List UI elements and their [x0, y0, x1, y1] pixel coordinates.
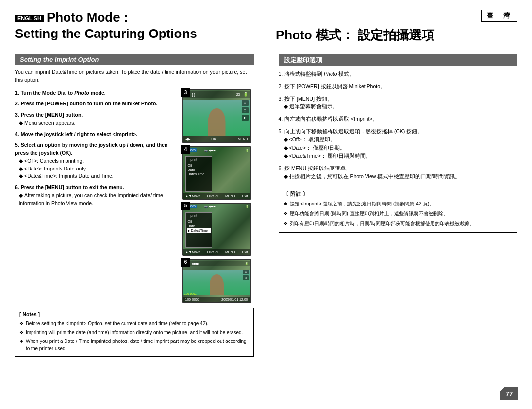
- chinese-title: Photo 模式： 設定拍攝選項: [276, 27, 434, 44]
- english-badge: ENGLISH: [15, 15, 44, 22]
- cam4-menu-title: Imprint: [187, 158, 211, 162]
- step-badge-5: 5: [181, 202, 190, 210]
- cam4-menu-panel: Imprint Off Date Date&Time: [185, 156, 212, 192]
- right-step-5: 5. 向上或向下移動搖桿以選取選項，然後按搖桿 (OK) 按鈕。 ◆<Off>：…: [279, 127, 518, 160]
- right-step-2: 2. 按下 [POWER] 按鈕以開啓 Miniket Photo。: [279, 82, 518, 91]
- content-area: Setting the Imprint Option You can impri…: [15, 54, 517, 402]
- title-line2: Setting the Capturing Options: [15, 26, 256, 41]
- note-item-2: ❖ Imprinting will print the date (and ti…: [19, 329, 249, 336]
- right-notes-title: 〔 附註 〕: [283, 190, 513, 199]
- cam3-number: 23: [236, 93, 240, 96]
- cam3-right-icon2: ⊡: [242, 107, 249, 113]
- steps-list: 1. Turn the Mode Dial to Photo mode. 2. …: [15, 89, 177, 303]
- step-badge-6: 6: [181, 258, 190, 267]
- step5-text: 5. Select an option by moving the joysti…: [15, 142, 167, 156]
- taiwan-badge: 臺 灣: [481, 10, 517, 22]
- step5-sub2: ◆<Date>: Imprints Date only.: [15, 165, 177, 173]
- step-2: 2. Press the [POWER] button to turn on t…: [15, 100, 177, 108]
- right-steps: 1. 將模式轉盤轉到 Photo 模式。 2. 按下 [POWER] 按鈕以開啓…: [279, 70, 518, 181]
- title-line1: ENGLISHPhoto Mode :: [15, 10, 256, 25]
- left-section-header: Setting the Imprint Option: [15, 54, 254, 65]
- screen-5-wrapper: Photo 📷 ◀■■▶ 🔋 Imprint Off Date: [182, 203, 254, 256]
- header-row: ENGLISHPhoto Mode : Setting the Capturin…: [15, 10, 517, 44]
- cam5-menu-off: Off: [187, 219, 211, 224]
- cam5-menu-panel: Imprint Off Date Date&Time: [185, 212, 212, 248]
- cam3-right-icon1: ⊞: [242, 100, 249, 106]
- page-number: 77: [500, 387, 518, 400]
- right-step-1: 1. 將模式轉盤轉到 Photo 模式。: [279, 70, 518, 78]
- cam4-menu-date: Date: [187, 168, 211, 172]
- step6-text: 6. Press the [MENU] button to exit the m…: [15, 184, 124, 190]
- right-note-item-2: ❖ 壓印功能會將日期 (與時間) 直接壓印到相片上，這些資訊將不會被刪除。: [283, 210, 513, 218]
- cam3-icon3: 🔋: [243, 92, 248, 97]
- cam5-bottom-bar: ▲▼Move OK:Sel MENU Exit: [183, 249, 250, 255]
- cam6-bottom-bar: 100-0001 2005/01/01 12:00: [183, 297, 250, 302]
- right-note-2-text: 壓印功能會將日期 (與時間) 直接壓印到相片上，這些資訊將不會被刪除。: [290, 210, 448, 218]
- cam3-right-icon3: ▶: [242, 115, 249, 121]
- right-note-3-text: 列印有壓印日期/時間的相片時，日期/時間壓印部份可能會根據使用的印表機被裁剪。: [290, 220, 475, 228]
- step4-text: 4. Move the joystick left / right to sel…: [15, 131, 137, 137]
- right-step-3: 3. 按下 [MENU] 按鈕。 ◆選單螢幕將會顯示。: [279, 95, 518, 111]
- cam4-menu-off: Off: [187, 163, 211, 168]
- cam5-menu-date: Date: [187, 224, 211, 228]
- cam3-icon2: [-]: [192, 93, 195, 96]
- left-notes: [ Notes ] ❖ Before setting the <Imprint>…: [15, 308, 254, 357]
- cam6-timestamp: 100-0001: [184, 292, 197, 295]
- step5-sub1: ◆<Off>: Cancels imprinting.: [15, 157, 177, 165]
- step3-text: 3. Press the [MENU] button.: [15, 112, 83, 118]
- right-notes: 〔 附註 〕 ❖ 設定 <Imprint> 選項之前，請先設定日期與時間 (請參…: [279, 187, 518, 233]
- right-section-header: 設定壓印選項: [279, 54, 518, 66]
- page: ENGLISHPhoto Mode : Setting the Capturin…: [0, 0, 532, 409]
- cam4-bottom-bar: ▲▼Move OK:Sel MENU Exit: [183, 193, 250, 199]
- right-column: 設定壓印選項 1. 將模式轉盤轉到 Photo 模式。 2. 按下 [POWER…: [266, 54, 518, 402]
- step-6: 6. Press the [MENU] button to exit the m…: [15, 184, 177, 207]
- step-1: 1. Turn the Mode Dial to Photo mode.: [15, 89, 177, 97]
- cam5-menu-title: Imprint: [187, 214, 211, 218]
- right-step-6: 6. 按 MENU 按鈕以結束選單。 ◆拍攝相片之後，您可以在 Photo Vi…: [279, 164, 518, 181]
- cam5-menu-datetime: Date&Time: [187, 228, 211, 233]
- notes-title: [ Notes ]: [19, 311, 249, 319]
- intro-text: You can imprint Date&Time on pictures ta…: [15, 68, 254, 84]
- note-item-1: ❖ Before setting the <Imprint> Option, s…: [19, 320, 249, 327]
- step-badge-3: 3: [181, 88, 190, 97]
- step5-sub3: ◆<Date&Time>: Imprints Date and Time.: [15, 172, 177, 180]
- note-2-text: Imprinting will print the date (and time…: [26, 329, 243, 336]
- left-column: Setting the Imprint Option You can impri…: [15, 54, 266, 402]
- step1-text: 1. Turn the Mode Dial to Photo mode.: [15, 90, 106, 96]
- step2-text: 2. Press the [POWER] button to turn on t…: [15, 101, 157, 106]
- camera-screen-6: 📷 ◀■■▶ 🔋 ⊞ ⊡: [182, 259, 251, 303]
- left-header: ENGLISHPhoto Mode : Setting the Capturin…: [15, 10, 256, 41]
- step-3: 3. Press the [MENU] button. ◆Menu screen…: [15, 111, 177, 127]
- cam4-menu-datetime: Date&Time: [187, 172, 211, 176]
- step6-sub1: ◆After taking a picture, you can check t…: [15, 192, 177, 207]
- camera-screens-col: 📷 [-] 23 🔋: [182, 89, 254, 303]
- camera-screen-3: 📷 [-] 23 🔋: [182, 89, 251, 143]
- right-header: 臺 灣 Photo 模式： 設定拍攝選項: [256, 10, 517, 44]
- right-note-item-1: ❖ 設定 <Imprint> 選項之前，請先設定日期與時間 (請參閱第 42 頁…: [283, 200, 513, 208]
- right-note-1-text: 設定 <Imprint> 選項之前，請先設定日期與時間 (請參閱第 42 頁)。: [290, 200, 434, 208]
- step-badge-4: 4: [181, 145, 190, 154]
- step3-sub: ◆Menu screen appears.: [15, 119, 177, 127]
- step-5: 5. Select an option by moving the joysti…: [15, 141, 177, 180]
- screen-6-wrapper: 📷 ◀■■▶ 🔋 ⊞ ⊡: [182, 259, 254, 303]
- step-4: 4. Move the joystick left / right to sel…: [15, 131, 177, 138]
- screen-3-wrapper: 📷 [-] 23 🔋: [182, 89, 254, 143]
- screen-4-wrapper: Photo 📷 ◀■■▶ 🔋 Imprint: [182, 146, 254, 200]
- note-3-text: When you print a Date / Time imprinted p…: [26, 338, 249, 352]
- cam3-bottom-bar: ◀▶ OK MENU: [183, 136, 250, 142]
- note-item-3: ❖ When you print a Date / Time imprinted…: [19, 338, 249, 352]
- right-note-item-3: ❖ 列印有壓印日期/時間的相片時，日期/時間壓印部份可能會根據使用的印表機被裁剪…: [283, 220, 513, 228]
- right-step-4: 4. 向左或向右移動搖桿以選取 <Imprint>。: [279, 115, 518, 123]
- camera-screen-4: Photo 📷 ◀■■▶ 🔋 Imprint: [182, 146, 251, 200]
- camera-screen-5: Photo 📷 ◀■■▶ 🔋 Imprint Off Date: [182, 203, 251, 256]
- steps-image-area: 1. Turn the Mode Dial to Photo mode. 2. …: [15, 89, 254, 303]
- note-1-text: Before setting the <Imprint> Option, set…: [26, 320, 208, 327]
